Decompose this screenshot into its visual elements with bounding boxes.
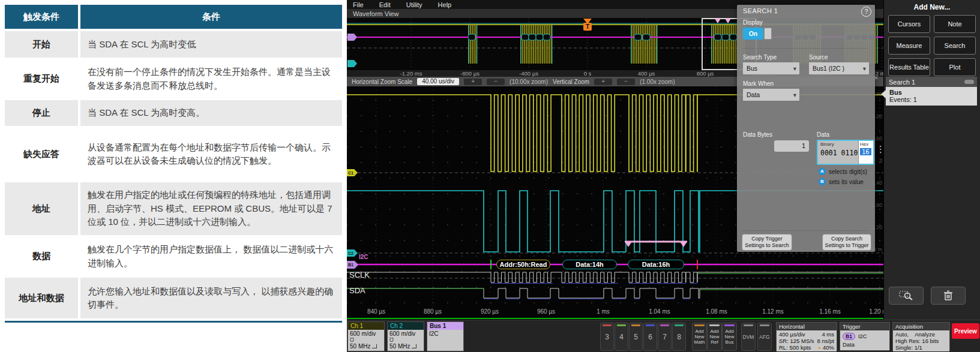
hzoom-minus-button[interactable]: − bbox=[487, 79, 505, 85]
add-new-measure-button[interactable]: Measure bbox=[888, 37, 930, 55]
add-new-heading: Add New... bbox=[884, 3, 980, 11]
hzoom-plus-button[interactable]: + bbox=[464, 79, 482, 85]
tab-waveform-view[interactable]: Waveform View bbox=[347, 10, 398, 17]
add-new-results-table-button[interactable]: Results Table bbox=[888, 58, 930, 76]
chevron-down-icon: ▾ bbox=[863, 62, 866, 74]
dvm-button[interactable]: DVM bbox=[741, 323, 756, 351]
data-bytes-label: Data Bytes bbox=[743, 131, 772, 138]
channel-6-stripe bbox=[646, 324, 655, 326]
trigger-settings-box[interactable]: Trigger B1 I2C Data bbox=[840, 322, 890, 351]
horizontal-row-0: 400 µs/div4 ms bbox=[779, 331, 834, 338]
table-header-0: 触发条件 bbox=[5, 5, 78, 29]
mark-when-label: Mark When bbox=[743, 80, 774, 87]
trigger-row-label: 开始 bbox=[5, 31, 78, 58]
panel-divider bbox=[743, 48, 868, 49]
coupling-icon: ℧ bbox=[350, 337, 382, 343]
search1-toggle-pill[interactable] bbox=[964, 80, 974, 84]
source-dropdown[interactable]: Bus1 (I2C )▾ bbox=[809, 62, 869, 74]
ch2-settings-badge[interactable]: Ch 2 600 m/div ℧ 50 MHz bbox=[387, 321, 424, 351]
search-type-label: Search Type bbox=[743, 54, 777, 61]
status-bar: Ch 1 600 m/div ℧ 50 MHz Ch 2 600 m/div ℧… bbox=[347, 320, 980, 352]
vzoom-minus-button[interactable]: − bbox=[617, 79, 635, 85]
display-label: Display bbox=[743, 19, 763, 26]
bus-name-label: I2C bbox=[359, 254, 368, 260]
acquisition-settings-box[interactable]: Acquisition Auto,Analyze High Res: 16 bi… bbox=[892, 322, 950, 351]
add-new-math-button[interactable]: AddNewMath bbox=[692, 323, 707, 351]
channel-7-stripe bbox=[660, 324, 669, 326]
trigger-row-label: 地址 bbox=[5, 182, 78, 235]
help-icon[interactable]: ? bbox=[861, 7, 871, 17]
delete-button[interactable] bbox=[931, 287, 966, 305]
ch1-settings-badge[interactable]: Ch 1 600 m/div ℧ 50 MHz bbox=[347, 321, 385, 351]
add-new-plot-button[interactable]: Plot bbox=[934, 58, 976, 76]
channel-4-button[interactable]: 4 bbox=[615, 323, 628, 351]
channel-3-button[interactable]: 3 bbox=[600, 323, 614, 351]
trigger-source-badge: B1 bbox=[843, 333, 855, 340]
display-on-toggle[interactable]: On bbox=[743, 28, 763, 40]
menu-edit[interactable]: Edit bbox=[379, 1, 391, 8]
screen: { "table": { "headers": ["触发条件", "条件"], … bbox=[0, 0, 980, 352]
menu-help[interactable]: Help bbox=[438, 1, 452, 8]
add-new-ref-button[interactable]: AddNewRef bbox=[707, 323, 722, 351]
trigger-table: 触发条件条件开始当 SDA 在 SCL 为高时变低重复开始在没有前一个停止条件的… bbox=[5, 5, 342, 318]
add-new-bus-button[interactable]: AddNewBus bbox=[722, 323, 737, 351]
horizontal-settings-box[interactable]: Horizontal 400 µs/div4 msSR: 125 MS/s8 n… bbox=[776, 322, 837, 351]
hex-label: Hex bbox=[860, 142, 868, 147]
chevron-down-icon: ▾ bbox=[793, 62, 796, 74]
dvm-stripe bbox=[744, 324, 753, 326]
channel-7-button[interactable]: 7 bbox=[658, 323, 672, 351]
copy-search-to-trigger-button[interactable]: Copy SearchSettings to Trigger bbox=[822, 234, 871, 251]
binary-value[interactable]: 0001 0110 bbox=[820, 149, 858, 157]
vzoom-factor: (1.00x zoom) bbox=[640, 79, 675, 85]
search1-header[interactable]: Search 1 bbox=[886, 77, 977, 87]
channel-3-stripe bbox=[603, 324, 612, 326]
trigger-row-text: 当 SDA 在 SCL 为高时变高。 bbox=[80, 100, 342, 126]
add-new-search-button[interactable]: Search bbox=[934, 37, 976, 55]
horizontal-zoom-scale-label: Horizontal Zoom Scale bbox=[352, 79, 412, 85]
search1-accordion[interactable]: Search 1 Bus Events: 1 bbox=[886, 77, 977, 106]
zoom-search-button[interactable] bbox=[889, 287, 924, 305]
channel-8-stripe bbox=[675, 324, 684, 326]
channel-6-button[interactable]: 6 bbox=[643, 323, 657, 351]
trash-icon bbox=[943, 290, 953, 301]
horizontal-row-1: SR: 125 MS/s8 ns/pt bbox=[779, 338, 834, 344]
channel-5-button[interactable]: 5 bbox=[629, 323, 643, 351]
bus1-settings-badge[interactable]: Bus 1 I2C bbox=[427, 321, 464, 351]
hex-box: Hex 16 bbox=[858, 141, 873, 164]
panel-divider bbox=[743, 230, 868, 231]
horizontal-row-2: RL: 500 kpts▼40% bbox=[779, 344, 834, 351]
stripe bbox=[724, 324, 735, 326]
vertical-zoom-label: Vertical Zoom bbox=[553, 79, 589, 85]
trigger-row-label: 重复开始 bbox=[5, 60, 78, 98]
vzoom-plus-button[interactable]: + bbox=[594, 79, 612, 85]
close-icon[interactable]: × bbox=[874, 73, 879, 82]
menu-file[interactable]: File bbox=[353, 1, 364, 8]
search-zoom-icon bbox=[899, 290, 913, 301]
menu-utility[interactable]: Utility bbox=[406, 1, 422, 8]
bus-decode-data1: Data:14h bbox=[562, 260, 617, 269]
afg-button[interactable]: AFG bbox=[757, 323, 772, 351]
hex-value[interactable]: 16 bbox=[860, 148, 871, 155]
trigger-row-text: 在没有前一个停止条件的情况下发生开始条件。通常是当主设备发送多条消息而不释放总线… bbox=[80, 60, 342, 98]
preview-button[interactable]: Preview bbox=[952, 323, 979, 339]
add-new-note-button[interactable]: Note bbox=[934, 15, 976, 33]
knob-a-hint: A selects digit(s) bbox=[819, 168, 867, 175]
mark-when-dropdown[interactable]: Data▾ bbox=[743, 89, 799, 101]
search1-body[interactable]: Bus Events: 1 bbox=[886, 87, 977, 106]
channel-8-button[interactable]: 8 bbox=[672, 323, 686, 351]
zoom-scale-value[interactable]: 40.00 us/div bbox=[417, 78, 459, 85]
bandwidth-icon bbox=[372, 344, 377, 348]
display-toggle-knob[interactable] bbox=[764, 28, 772, 40]
trigger-row-text: 触发在几个字节的用户指定数据值上， 数据值以二进制或十六进制输入。 bbox=[80, 237, 342, 275]
add-new-cursors-button[interactable]: Cursors bbox=[888, 15, 930, 33]
copy-trigger-to-search-button[interactable]: Copy TriggerSettings to Search bbox=[742, 234, 792, 251]
source-label: Source bbox=[809, 54, 828, 61]
stripe bbox=[694, 324, 705, 326]
data-bytes-field[interactable]: 1 bbox=[774, 140, 809, 152]
results-sidebar: Add New... CursorsNoteMeasureSearchResul… bbox=[883, 0, 980, 320]
data-value-field[interactable]: Binary 0001 0110 Hex 16 bbox=[817, 140, 874, 165]
search-type-dropdown[interactable]: Bus▾ bbox=[743, 62, 799, 74]
bus-decode-data2: Data:16h bbox=[628, 260, 684, 269]
afg-stripe bbox=[760, 324, 769, 326]
knob-b-icon: B bbox=[819, 178, 826, 185]
